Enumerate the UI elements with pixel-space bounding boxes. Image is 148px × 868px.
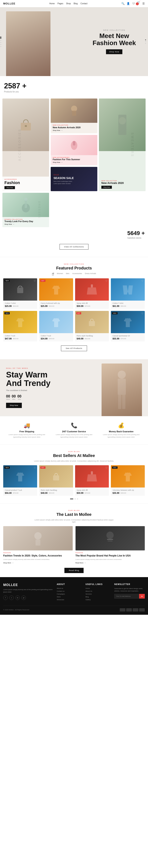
bestseller-wishlist-2[interactable]: ♡ xyxy=(70,466,72,469)
footer-about-link-3[interactable]: Campaigns xyxy=(57,593,82,595)
bestsellers-desc: Lorem ipsum simply dummy add edna dolor … xyxy=(34,460,114,462)
blog-read-more-1[interactable]: Shop More → xyxy=(3,562,73,564)
wishlist-7[interactable]: ♡ xyxy=(105,312,108,315)
product-card-1[interactable]: NEW ♡ Cotton T-shirt $25.99 $32.00 xyxy=(3,278,37,309)
hero-slide-dot-2[interactable] xyxy=(145,41,146,42)
hero-dot-2[interactable] xyxy=(0,40,1,41)
hero-slide-dot-1[interactable] xyxy=(145,39,146,40)
product-card-5[interactable]: NEW ♡ Cotton T-suit $47.99 $60.00 xyxy=(3,311,37,341)
bestseller-card-2[interactable]: HOT ♡ Retro style handbag $48.00 $60.00 xyxy=(39,465,73,496)
wishlist-6[interactable]: ♡ xyxy=(70,312,72,315)
filter-all[interactable]: All xyxy=(52,273,54,275)
deal-cta-btn[interactable]: Shop Now xyxy=(6,403,22,408)
nav-blog[interactable]: Blog xyxy=(74,2,78,5)
products-count: 2587 + xyxy=(4,82,27,90)
new-arrivals-btn[interactable]: Shop Now xyxy=(101,186,112,189)
filter-men[interactable]: Men xyxy=(66,273,69,275)
newsletter-email-input[interactable] xyxy=(114,594,139,598)
hero-cta-button[interactable]: Shop Now xyxy=(106,49,122,54)
wishlist-3[interactable]: ♡ xyxy=(105,280,108,282)
deal-title: Stay Warm And Trendy xyxy=(6,370,142,388)
page-dot-3[interactable] xyxy=(77,499,78,499)
cart-icon[interactable]: 🛒2 xyxy=(137,1,140,6)
page-dot-1[interactable] xyxy=(70,499,73,499)
menu-icon[interactable]: ☰ xyxy=(142,2,145,5)
twitter-icon[interactable]: t xyxy=(9,595,14,600)
bestseller-wishlist-3[interactable]: ♡ xyxy=(105,466,108,469)
hero-slide-dot-3[interactable] xyxy=(145,43,146,44)
dresses-shop-link[interactable]: Shop Now → xyxy=(4,223,47,225)
product-card-2[interactable]: HOT ♡ Fancy buttoned with zip $25.99 $32… xyxy=(39,278,73,309)
wishlist-5[interactable]: ♡ xyxy=(34,312,36,315)
dresses-icon xyxy=(20,197,32,213)
product-old-price-4: $80.00 xyxy=(120,305,126,307)
product-badge-new-5: NEW xyxy=(4,312,10,314)
footer-useful-col: Useful Links Home About Us Services Blog… xyxy=(86,583,110,601)
hero-dot-1[interactable] xyxy=(0,36,1,39)
collection-dresses: DRESSES WOMEN COLLECTION Trendy Look For… xyxy=(2,193,49,227)
facebook-icon[interactable]: f xyxy=(3,595,8,600)
blog-post-2[interactable]: FASHION The Most Popular Brand Hat Peopl… xyxy=(76,526,145,564)
footer-about-link-2[interactable]: Contact us xyxy=(57,590,82,592)
featured-section: NEW COLLECTION Featured Products All Wom… xyxy=(0,257,148,355)
bestseller-card-4[interactable]: NEW ♡ Voluntary between with zip $35.99 … xyxy=(111,465,145,496)
hero-dot-3[interactable] xyxy=(0,42,1,43)
blog-read-more-2[interactable]: Read More → xyxy=(76,562,145,564)
footer-bottom: © 2020 Mollee - All Rights Reserved xyxy=(3,606,145,612)
view-all-collections-btn[interactable]: View All Collections xyxy=(60,244,89,250)
footer-about-link-4[interactable]: Store xyxy=(57,596,82,598)
bestseller-price-3: $59.99 xyxy=(77,492,84,494)
filter-accessories[interactable]: Accessories xyxy=(72,273,82,275)
footer-logo: MOLLEE xyxy=(3,583,53,587)
read-blog-btn[interactable]: Read Blog xyxy=(64,568,84,573)
fashion-summer-link[interactable]: Shop Now → xyxy=(53,161,95,163)
instagram-icon[interactable]: in xyxy=(15,595,20,600)
product-card-7[interactable]: HOT ♡ Retro style handbag $49.99 $62.00 xyxy=(75,311,109,341)
bestseller-card-3[interactable]: ♡ Spray skirt dft $59.99 $79.00 xyxy=(75,465,109,496)
footer-about-link-1[interactable]: About us xyxy=(57,587,82,589)
nav-home[interactable]: Home xyxy=(49,2,55,5)
product-card-8[interactable]: NEW ♡ Casual sportswear DI $55.99 $70.00 xyxy=(111,311,145,341)
nav-pages[interactable]: Pages xyxy=(58,2,63,5)
newsletter-submit-btn[interactable]: ➤ xyxy=(139,594,145,598)
footer-about-link-5[interactable]: Showcase xyxy=(57,599,82,600)
bestseller-badge-2: HOT xyxy=(40,466,45,469)
product-card-3[interactable]: ♡ Spray skirt dft $59.99 $79.00 xyxy=(75,278,109,309)
youtube-icon[interactable]: yt xyxy=(22,595,26,600)
user-icon[interactable]: 👤 xyxy=(126,2,130,5)
see-all-products-btn[interactable]: See All Products xyxy=(61,345,87,351)
bestseller-card-1[interactable]: NEW ♡ Casual product T-suit $56.00 $70.0… xyxy=(3,465,37,496)
footer-useful-link-4[interactable]: Blog xyxy=(86,596,110,598)
wishlist-4[interactable]: ♡ xyxy=(141,280,144,282)
bestseller-wishlist-4[interactable]: ♡ xyxy=(141,466,144,469)
filter-dresses[interactable]: Dress Arrivals xyxy=(85,273,96,275)
svg-rect-12 xyxy=(91,284,93,287)
hero-dot-4[interactable] xyxy=(0,44,1,45)
hero-dot-5[interactable] xyxy=(0,46,1,47)
footer-useful-link-3[interactable]: Services xyxy=(86,593,110,595)
wishlist-8[interactable]: ♡ xyxy=(141,312,144,315)
footer-useful-link-2[interactable]: About Us xyxy=(86,590,110,592)
page-dot-2[interactable] xyxy=(75,499,76,499)
search-icon[interactable]: 🔍 xyxy=(121,2,124,5)
wishlist-icon[interactable]: 🤍 xyxy=(132,2,135,5)
feature-customer-service: 📞 24/7 Customer Service Lorem ipsum simp… xyxy=(50,422,98,438)
bestseller-wishlist-1[interactable]: ♡ xyxy=(34,466,36,469)
accessories-shop-btn[interactable]: Shop Now xyxy=(4,186,15,189)
blog-image-1 xyxy=(3,526,73,550)
footer-useful-link-1[interactable]: Home xyxy=(86,587,110,589)
product-price-6: $34.99 xyxy=(41,337,48,340)
bestseller-badge-1: NEW xyxy=(4,466,10,469)
autumn-shop-link[interactable]: Shop Now → xyxy=(53,129,95,131)
blog-post-1[interactable]: FASHION Fashion Trends In 2020: Style, C… xyxy=(3,526,73,564)
footer-useful-link-5[interactable]: Gallery xyxy=(86,599,110,600)
product-card-6[interactable]: ♡ Cotton T-suit $34.99 $45.00 xyxy=(39,311,73,341)
product-card-4[interactable]: ♡ Cotton T-shirt $61.99 $80.00 xyxy=(111,278,145,309)
sale-extra: Lorem ipsum dolor sit amet xyxy=(53,183,95,184)
wishlist-1[interactable]: ♡ xyxy=(34,280,36,282)
nav-shop[interactable]: Shop xyxy=(66,2,71,5)
filter-women[interactable]: Women xyxy=(57,273,63,275)
nav-contact[interactable]: Contact xyxy=(81,2,87,5)
new-arrivals-vertical-text: SWEATERS xyxy=(130,132,134,157)
wishlist-2[interactable]: ♡ xyxy=(70,280,72,282)
